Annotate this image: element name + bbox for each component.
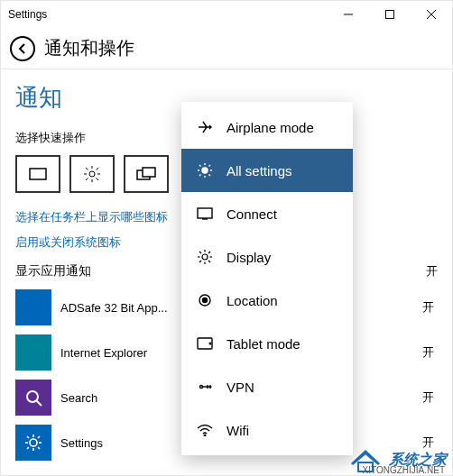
app-toggle[interactable]: 开 bbox=[422, 389, 434, 406]
menu-item-tablet-mode[interactable]: Tablet mode bbox=[181, 322, 353, 365]
header: 通知和操作 bbox=[1, 28, 452, 69]
maximize-button[interactable] bbox=[369, 1, 411, 28]
svg-line-11 bbox=[97, 178, 99, 181]
titlebar: Settings bbox=[1, 1, 452, 28]
menu-item-label: Location bbox=[226, 293, 278, 308]
svg-rect-1 bbox=[386, 11, 394, 19]
app-name: ADSafe 32 Bit App... bbox=[60, 301, 169, 315]
menu-item-label: All settings bbox=[226, 163, 292, 178]
svg-rect-15 bbox=[143, 168, 155, 177]
window-title: Settings bbox=[8, 8, 47, 21]
svg-point-34 bbox=[209, 343, 211, 344]
menu-item-label: Wifi bbox=[226, 423, 249, 438]
svg-point-18 bbox=[30, 439, 37, 446]
svg-point-19 bbox=[202, 168, 208, 173]
menu-item-label: VPN bbox=[226, 380, 254, 395]
app-name: Internet Explorer bbox=[60, 346, 169, 360]
settings-icon bbox=[196, 162, 214, 178]
menu-item-airplane-mode[interactable]: Airplane mode bbox=[181, 105, 353, 149]
svg-point-36 bbox=[204, 435, 206, 436]
watermark: 系统之家 XITONGZHIJIA.NET bbox=[347, 446, 447, 473]
menu-item-wifi[interactable]: Wifi bbox=[181, 408, 353, 452]
svg-point-5 bbox=[89, 171, 95, 177]
svg-rect-4 bbox=[30, 169, 46, 179]
app-name: Search bbox=[60, 391, 169, 405]
app-icon bbox=[15, 289, 51, 325]
menu-item-vpn[interactable]: VPN bbox=[181, 365, 353, 408]
app-icon bbox=[15, 425, 51, 461]
menu-item-display[interactable]: Display bbox=[181, 235, 353, 279]
apps-header-toggle[interactable]: 开 bbox=[426, 263, 438, 279]
svg-point-22 bbox=[202, 254, 208, 260]
svg-line-13 bbox=[86, 178, 88, 181]
menu-item-label: Connect bbox=[226, 206, 277, 222]
vpn-icon bbox=[196, 380, 214, 393]
app-toggle[interactable]: 开 bbox=[422, 344, 434, 361]
svg-line-30 bbox=[199, 261, 201, 262]
svg-point-35 bbox=[200, 386, 203, 389]
svg-line-29 bbox=[208, 252, 210, 253]
page-title: 通知和操作 bbox=[44, 36, 134, 60]
svg-line-17 bbox=[36, 400, 42, 406]
menu-item-location[interactable]: Location bbox=[181, 279, 353, 322]
back-button[interactable] bbox=[10, 36, 35, 61]
app-icon bbox=[15, 334, 51, 371]
menu-item-label: Tablet mode bbox=[226, 336, 300, 352]
app-icon bbox=[15, 380, 51, 416]
menu-item-connect[interactable]: Connect bbox=[181, 192, 353, 235]
svg-line-10 bbox=[86, 168, 88, 170]
wifi-icon bbox=[196, 424, 214, 436]
svg-line-12 bbox=[97, 168, 99, 170]
quick-action-display[interactable] bbox=[69, 155, 115, 193]
location-icon bbox=[196, 292, 214, 308]
quick-action-menu: Airplane modeAll settingsConnectDisplayL… bbox=[181, 102, 353, 455]
svg-rect-20 bbox=[198, 208, 212, 218]
airplane-icon bbox=[196, 119, 214, 135]
quick-action-connect[interactable] bbox=[15, 155, 60, 193]
svg-line-28 bbox=[208, 261, 210, 262]
watermark-url: XITONGZHIJIA.NET bbox=[363, 465, 446, 475]
display-icon bbox=[196, 249, 214, 265]
quick-action-project[interactable] bbox=[124, 155, 169, 193]
menu-item-label: Airplane mode bbox=[226, 120, 314, 135]
close-button[interactable] bbox=[411, 1, 452, 28]
menu-item-all-settings[interactable]: All settings bbox=[181, 149, 353, 192]
app-toggle[interactable]: 开 bbox=[422, 299, 434, 316]
tablet-icon bbox=[196, 337, 214, 350]
menu-item-label: Display bbox=[226, 250, 271, 265]
minimize-button[interactable] bbox=[328, 1, 369, 28]
svg-point-32 bbox=[203, 298, 208, 303]
connect-icon bbox=[196, 207, 214, 220]
svg-line-27 bbox=[199, 252, 201, 253]
app-name: Settings bbox=[60, 436, 169, 450]
